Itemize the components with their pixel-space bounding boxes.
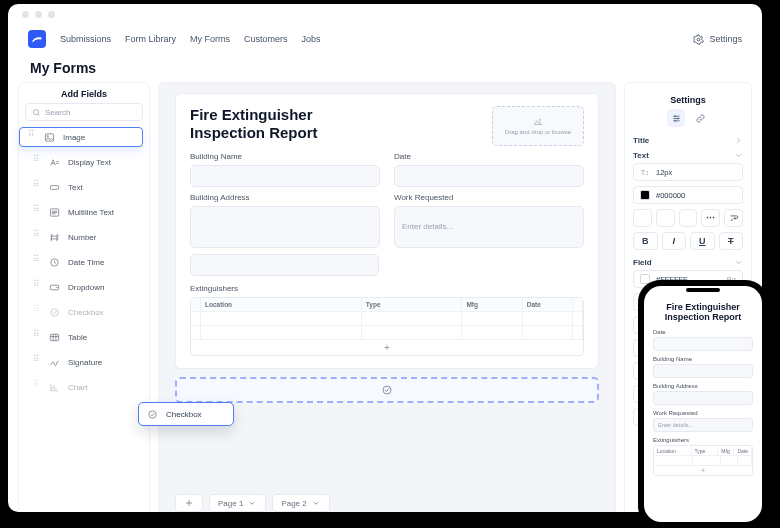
traffic-light-dot [22, 11, 29, 18]
phone-form-title: Fire ExtinguisherInspection Report [653, 302, 753, 323]
svg-rect-9 [50, 334, 58, 340]
svg-point-1 [34, 109, 39, 114]
plus-icon [184, 498, 194, 508]
gear-icon [693, 34, 704, 45]
label-date: Date [394, 152, 584, 161]
svg-point-18 [149, 410, 156, 417]
display-text-icon [48, 156, 60, 168]
dropdown-icon [48, 281, 60, 293]
svg-point-10 [539, 119, 540, 120]
phone-input-work-requested[interactable]: Enter details... [653, 418, 753, 432]
font-size-icon: T↕ [640, 168, 650, 177]
field-item-image[interactable]: ⠿ Image [19, 127, 143, 147]
phone-th-mfg: Mfg [718, 446, 734, 456]
phone-label-building-name: Building Name [653, 356, 753, 362]
input-building-name[interactable] [190, 165, 380, 187]
nav-jobs[interactable]: Jobs [302, 34, 321, 44]
color-swatch [640, 190, 650, 200]
italic-button[interactable]: I [662, 232, 687, 250]
th-mfg: Mfg [462, 298, 522, 312]
phone-table-add[interactable]: + [654, 466, 752, 475]
field-search[interactable]: Search [25, 103, 143, 121]
link-icon [695, 113, 706, 124]
phone-input-date[interactable] [653, 337, 753, 351]
align-right-button[interactable] [679, 209, 698, 227]
field-item-table[interactable]: ⠿ Table [25, 327, 143, 347]
phone-label-work-requested: Work Requested [653, 410, 753, 416]
align-left-icon [637, 213, 647, 223]
nav-my-forms[interactable]: My Forms [190, 34, 230, 44]
nav-settings[interactable]: Settings [693, 34, 742, 45]
drag-grip-icon: ⠿ [28, 132, 35, 142]
field-item-signature[interactable]: ⠿ Signature [25, 352, 143, 372]
section-text[interactable]: Text [633, 148, 743, 163]
chart-icon [48, 381, 60, 393]
extinguisher-table[interactable]: Location Type Mfg Date + [190, 297, 584, 356]
settings-tab-style[interactable] [667, 109, 685, 127]
chevron-down-icon [734, 258, 743, 267]
number-icon [48, 231, 60, 243]
section-field[interactable]: Field [633, 255, 743, 270]
input-building-address[interactable] [190, 206, 380, 248]
mountain-icon [531, 117, 545, 127]
svg-point-11 [383, 386, 391, 394]
settings-tab-link[interactable] [691, 109, 709, 127]
add-fields-panel: Add Fields Search ⠿ Image ⠿ Display Text… [18, 82, 150, 512]
phone-table[interactable]: Location Type Mfg Date + [653, 445, 753, 476]
drag-grip-icon: ⠿ [33, 257, 40, 267]
field-item-display-text[interactable]: ⠿ Display Text [25, 152, 143, 172]
align-right-icon [683, 213, 693, 223]
drag-grip-icon: ⠿ [33, 382, 40, 392]
drag-grip-icon: ⠿ [33, 282, 40, 292]
app-logo[interactable] [28, 30, 46, 48]
align-center-button[interactable] [656, 209, 675, 227]
nav-settings-label: Settings [709, 34, 742, 44]
text-color-input[interactable]: #000000 [633, 186, 743, 204]
dragging-field-chip[interactable]: Checkbox [138, 402, 234, 426]
field-item-multiline[interactable]: ⠿ Multiline Text [25, 202, 143, 222]
add-fields-title: Add Fields [19, 83, 149, 103]
nav-submissions[interactable]: Submissions [60, 34, 111, 44]
field-drop-slot[interactable] [175, 377, 599, 403]
field-item-label: Chart [68, 383, 88, 392]
field-item-dropdown[interactable]: ⠿ Dropdown [25, 277, 143, 297]
svg-point-0 [698, 38, 701, 41]
image-dropzone[interactable]: Drag and drop or browse [492, 106, 584, 146]
field-item-label: Checkbox [68, 308, 104, 317]
page-tab-1[interactable]: Page 1 [209, 494, 266, 512]
form-canvas[interactable]: Drag and drop or browse Fire Extinguishe… [158, 82, 616, 512]
page-tab-2[interactable]: Page 2 [272, 494, 329, 512]
text-wrap-button[interactable] [724, 209, 743, 227]
field-item-datetime[interactable]: ⠿ Date Time [25, 252, 143, 272]
text-options-button[interactable]: ⋯ [701, 209, 720, 227]
field-item-checkbox[interactable]: ⠿ Checkbox [25, 302, 143, 322]
page-title: My Forms [8, 54, 762, 82]
nav-customers[interactable]: Customers [244, 34, 288, 44]
phone-input-building-name[interactable] [653, 364, 753, 378]
add-page-button[interactable] [175, 494, 203, 512]
chevron-down-icon [734, 151, 743, 160]
input-work-requested[interactable]: Enter details... [394, 206, 584, 248]
font-size-input[interactable]: T↕ 12px [633, 163, 743, 181]
field-item-chart[interactable]: ⠿ Chart [25, 377, 143, 397]
form-page-card: Drag and drop or browse Fire Extinguishe… [175, 93, 599, 369]
form-title[interactable]: Fire Extinguisher Inspection Report [190, 106, 390, 141]
signature-icon [48, 356, 60, 368]
underline-button[interactable]: U [690, 232, 715, 250]
bold-button[interactable]: B [633, 232, 658, 250]
label-work-requested: Work Requested [394, 193, 584, 202]
phone-input-building-address[interactable] [653, 391, 753, 405]
nav-form-library[interactable]: Form Library [125, 34, 176, 44]
text-color-value: #000000 [656, 191, 685, 200]
section-title[interactable]: Title [633, 133, 743, 148]
phone-label-date: Date [653, 329, 753, 335]
align-left-button[interactable] [633, 209, 652, 227]
input-extra-1[interactable] [190, 254, 379, 276]
field-item-text[interactable]: ⠿ Text [25, 177, 143, 197]
strike-button[interactable]: T [719, 232, 744, 250]
input-date[interactable] [394, 165, 584, 187]
table-add-row[interactable]: + [191, 340, 583, 355]
checkbox-icon [381, 384, 393, 396]
field-item-number[interactable]: ⠿ Number [25, 227, 143, 247]
field-item-label: Signature [68, 358, 102, 367]
